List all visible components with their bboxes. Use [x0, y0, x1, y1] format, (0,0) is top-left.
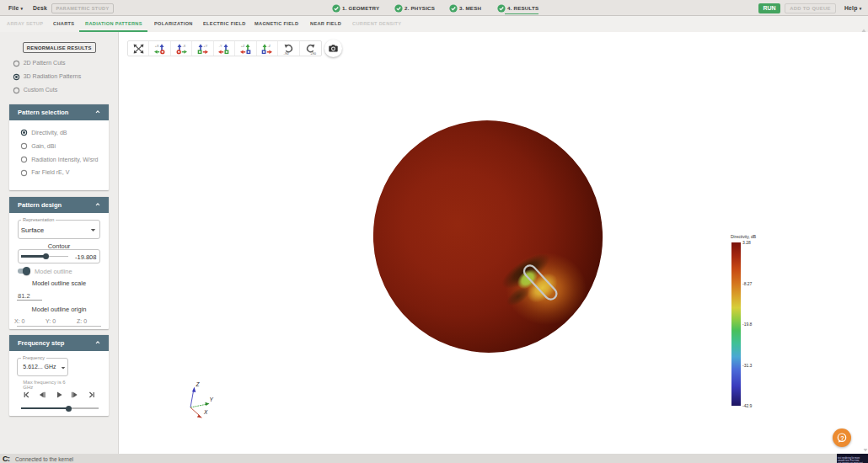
svg-text:?: ?: [840, 434, 844, 442]
svg-text:X: X: [203, 409, 208, 415]
svg-text:-X: -X: [182, 44, 185, 47]
svg-text:+Z: +Z: [241, 44, 245, 47]
svg-text:+Y: +Y: [204, 44, 208, 47]
svg-text:-19.8: -19.8: [742, 322, 753, 327]
svg-text:+X: +X: [155, 44, 159, 47]
svg-text:3.28: 3.28: [742, 240, 751, 245]
svg-text:-31.3: -31.3: [742, 363, 753, 368]
svg-text:Directivity, dB: Directivity, dB: [731, 234, 757, 239]
svg-text:-Y: -Y: [219, 44, 222, 47]
svg-text:Y: Y: [210, 396, 214, 402]
svg-text:+90: +90: [310, 51, 317, 54]
svg-text:-42.9: -42.9: [742, 403, 753, 408]
svg-text:-90: -90: [283, 51, 289, 54]
svg-text:Z: Z: [196, 381, 201, 387]
svg-text:-Z: -Z: [268, 44, 271, 47]
svg-text:-8.27: -8.27: [742, 281, 753, 286]
